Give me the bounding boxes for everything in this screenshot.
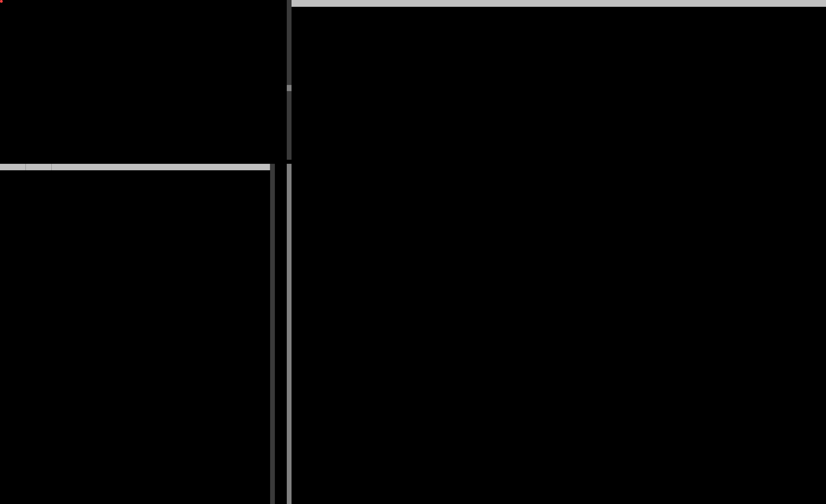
stack-rows[interactable] — [275, 164, 287, 504]
dump-rows[interactable] — [0, 170, 270, 504]
disassembly-panel[interactable] — [0, 0, 292, 160]
dump-col-value[interactable] — [26, 164, 52, 170]
disasm-scrollbar-thumb[interactable] — [287, 85, 292, 91]
hex-dump-panel[interactable] — [0, 164, 270, 504]
dump-header[interactable] — [0, 164, 270, 170]
stack-scrollbar-thumb[interactable] — [287, 164, 292, 504]
nop-highlight-box — [0, 0, 3, 3]
registers-title-bar[interactable] — [292, 0, 826, 7]
dump-col-comment[interactable] — [52, 164, 270, 170]
dump-scrollbar[interactable] — [270, 164, 275, 504]
stack-scrollbar[interactable] — [287, 164, 292, 504]
dump-col-addr[interactable] — [0, 164, 26, 170]
registers-panel[interactable] — [292, 0, 826, 164]
info-gap — [0, 160, 292, 164]
lower-panels — [0, 164, 292, 504]
disasm-scrollbar[interactable] — [287, 0, 292, 160]
stack-panel[interactable] — [275, 164, 292, 504]
registers-body[interactable] — [292, 7, 826, 10]
